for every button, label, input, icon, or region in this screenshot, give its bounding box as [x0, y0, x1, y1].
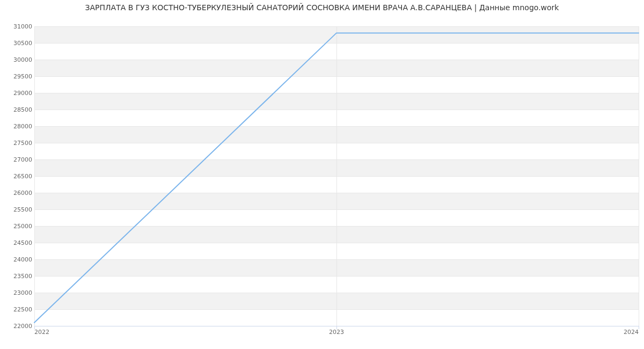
x-tick-label: 2024: [624, 329, 639, 336]
y-tick-label: 29000: [2, 90, 32, 97]
series-line-salary: [34, 33, 639, 322]
chart-title: ЗАРПЛАТА В ГУЗ КОСТНО-ТУБЕРКУЛЕЗНЫЙ САНА…: [0, 3, 644, 12]
y-tick-label: 22500: [2, 306, 32, 313]
y-tick-label: 30500: [2, 40, 32, 47]
x-tick-label: 2022: [34, 329, 49, 336]
y-tick-label: 27000: [2, 156, 32, 163]
x-gridline: [639, 26, 639, 326]
x-tick-mark: [639, 326, 639, 329]
y-tick-label: 28000: [2, 123, 32, 130]
y-tick-label: 24000: [2, 256, 32, 263]
y-tick-label: 25500: [2, 206, 32, 213]
y-tick-label: 26000: [2, 190, 32, 197]
y-tick-label: 27500: [2, 140, 32, 147]
y-tick-label: 31000: [2, 23, 32, 30]
y-tick-label: 24500: [2, 239, 32, 246]
salary-line-chart: ЗАРПЛАТА В ГУЗ КОСТНО-ТУБЕРКУЛЕЗНЫЙ САНА…: [0, 0, 644, 349]
y-tick-label: 23500: [2, 273, 32, 280]
y-tick-label: 29500: [2, 73, 32, 80]
y-tick-label: 23000: [2, 289, 32, 296]
y-tick-label: 28500: [2, 106, 32, 113]
y-tick-label: 26500: [2, 173, 32, 180]
x-tick-label: 2023: [329, 329, 344, 336]
line-layer: [34, 26, 639, 326]
y-tick-label: 30000: [2, 56, 32, 63]
y-tick-label: 25000: [2, 223, 32, 230]
y-tick-label: 22000: [2, 323, 32, 330]
